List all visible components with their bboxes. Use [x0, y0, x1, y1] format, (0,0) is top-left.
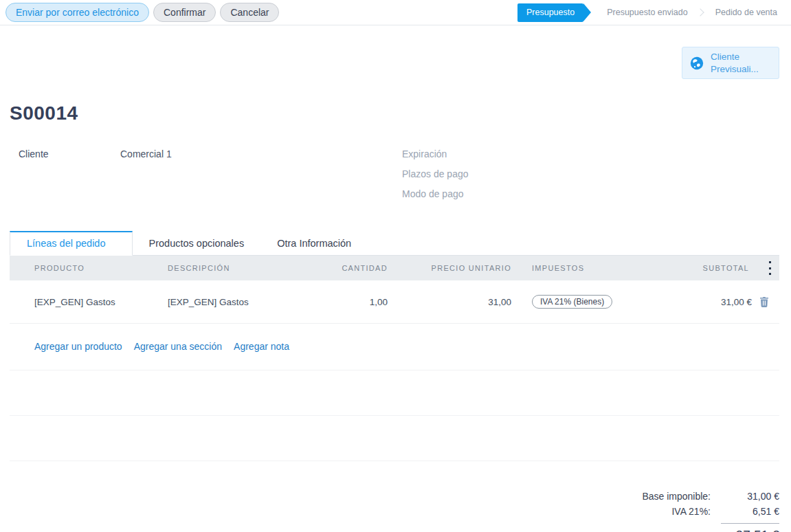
line-actions: Agregar un producto Agregar una sección …: [10, 324, 779, 370]
line-producto[interactable]: [EXP_GEN] Gastos: [10, 282, 168, 322]
line-precio-unitario[interactable]: 31,00: [408, 282, 532, 322]
tab-otra-informacion[interactable]: Otra Información: [260, 232, 368, 255]
col-precio-unitario[interactable]: PRECIO UNITARIO: [408, 264, 532, 272]
empty-line-row: [10, 416, 779, 461]
notebook-tabs: Líneas del pedido Productos opcionales O…: [10, 231, 779, 256]
tab-lineas-del-pedido[interactable]: Líneas del pedido: [10, 231, 133, 256]
field-group: Cliente Comercial 1 Expiración Plazos de…: [10, 148, 779, 208]
tax-badge[interactable]: IVA 21% (Bienes): [532, 295, 612, 309]
col-impuestos[interactable]: IMPUESTOS: [532, 264, 700, 272]
confirm-button[interactable]: Confirmar: [153, 3, 216, 22]
add-product-link[interactable]: Agregar un producto: [34, 341, 122, 352]
status-step-presupuesto[interactable]: Presupuesto: [517, 3, 583, 22]
total-row-base: Base imponible: 31,00 €: [566, 489, 779, 504]
expiracion-label: Expiración: [402, 148, 533, 159]
total-row-grand: Total: 37,51 €: [566, 519, 779, 532]
action-toolbar: Enviar por correo electrónico Confirmar …: [0, 0, 791, 25]
line-descripcion[interactable]: [EXP_GEN] Gastos: [168, 282, 326, 322]
chevron-right-icon: [696, 8, 704, 16]
field-modo-de-pago: Modo de pago: [402, 188, 779, 199]
field-expiracion: Expiración: [402, 148, 779, 159]
col-producto[interactable]: PRODUCTO: [10, 264, 168, 272]
customer-preview-button[interactable]: Cliente Previsuali...: [682, 47, 779, 79]
send-email-button[interactable]: Enviar por correo electrónico: [5, 3, 149, 22]
tab-productos-opcionales[interactable]: Productos opcionales: [133, 232, 261, 255]
globe-icon: [689, 56, 704, 71]
cliente-label: Cliente: [19, 148, 120, 159]
status-pipeline: Presupuesto Presupuesto enviado Pedido d…: [517, 3, 784, 22]
col-cantidad[interactable]: CANTIDAD: [326, 264, 408, 272]
cliente-value[interactable]: Comercial 1: [120, 148, 172, 159]
optional-columns-icon[interactable]: [764, 261, 775, 276]
empty-line-row: [10, 370, 779, 416]
iva-value: 6,51 €: [721, 506, 779, 517]
line-subtotal: 31,00 €: [721, 297, 752, 307]
line-cantidad[interactable]: 1,00: [326, 282, 408, 322]
field-cliente: Cliente Comercial 1: [19, 148, 394, 159]
line-subtotal-cell: 31,00 €: [700, 282, 779, 322]
base-imponible-label: Base imponible:: [642, 491, 711, 502]
base-imponible-value: 31,00 €: [721, 491, 779, 502]
order-line-row[interactable]: [EXP_GEN] Gastos [EXP_GEN] Gastos 1,00 3…: [10, 280, 779, 324]
field-plazos-de-pago: Plazos de pago: [402, 168, 779, 179]
iva-label: IVA 21%:: [671, 506, 711, 517]
plazos-de-pago-label: Plazos de pago: [402, 168, 533, 179]
total-value: 37,51 €: [721, 523, 779, 532]
customer-preview-label: Cliente Previsuali...: [711, 51, 759, 75]
delete-line-icon[interactable]: [759, 296, 770, 307]
col-descripcion[interactable]: DESCRIPCIÓN: [168, 264, 326, 272]
add-section-link[interactable]: Agregar una sección: [134, 341, 222, 352]
add-note-link[interactable]: Agregar nota: [234, 341, 289, 352]
modo-de-pago-label: Modo de pago: [402, 188, 533, 199]
status-step-presupuesto-enviado[interactable]: Presupuesto enviado: [600, 8, 694, 17]
totals-block: Base imponible: 31,00 € IVA 21%: 6,51 € …: [566, 489, 779, 532]
record-title: S00014: [10, 102, 779, 124]
line-impuestos-cell: IVA 21% (Bienes): [532, 280, 700, 323]
cancel-button[interactable]: Cancelar: [220, 3, 279, 22]
status-step-pedido-de-venta[interactable]: Pedido de venta: [709, 8, 784, 17]
form-sheet: Cliente Previsuali... S00014 Cliente Com…: [0, 25, 791, 532]
order-lines-header: PRODUCTO DESCRIPCIÓN CANTIDAD PRECIO UNI…: [10, 256, 779, 280]
total-row-iva: IVA 21%: 6,51 €: [566, 504, 779, 519]
